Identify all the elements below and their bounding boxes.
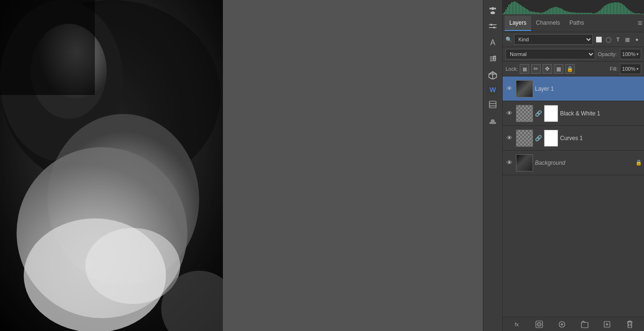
toolbar-layers-icon[interactable]: [485, 97, 501, 112]
layer-thumb-curves1: [516, 130, 533, 147]
svg-rect-84: [578, 13, 579, 14]
filter-icon-shape[interactable]: ▦: [623, 35, 632, 44]
layer-row-background[interactable]: 👁 Background 🔒: [503, 151, 644, 175]
toolbar-sliders-icon[interactable]: [485, 19, 501, 34]
histogram-svg: [503, 0, 644, 14]
svg-rect-99: [599, 10, 600, 14]
layer-name-background: Background: [535, 160, 634, 166]
svg-rect-88: [584, 13, 585, 14]
tab-channels[interactable]: Channels: [531, 16, 565, 31]
add-style-button[interactable]: fx: [512, 319, 522, 330]
svg-rect-41: [517, 3, 518, 14]
svg-rect-35: [508, 5, 509, 14]
visibility-toggle-background[interactable]: 👁: [505, 158, 514, 168]
lock-all-btn[interactable]: 🔒: [565, 64, 575, 74]
filter-icon-type[interactable]: T: [614, 35, 622, 44]
layers-panel: Layers Channels Paths ≡ 🔍 Kind ⬜ ◯ T ▦ ●…: [503, 0, 644, 331]
toolbar-text-icon[interactable]: A: [485, 35, 501, 50]
add-mask-button[interactable]: [534, 319, 544, 330]
svg-rect-71: [560, 8, 561, 14]
visibility-toggle-curves1[interactable]: 👁: [505, 133, 514, 143]
toolbar-word-icon[interactable]: W: [487, 84, 499, 96]
svg-rect-106: [609, 3, 610, 14]
svg-rect-98: [598, 11, 599, 14]
svg-rect-126: [638, 13, 639, 14]
svg-rect-43: [520, 5, 521, 14]
opacity-arrow[interactable]: ▾: [636, 52, 639, 57]
photo-canvas: [0, 0, 223, 331]
svg-rect-93: [591, 13, 592, 14]
bw-photo: [0, 0, 223, 331]
svg-rect-63: [548, 9, 549, 14]
opacity-control[interactable]: 100% ▾: [620, 49, 641, 59]
svg-rect-33: [506, 9, 506, 14]
delete-layer-button[interactable]: [625, 319, 635, 330]
svg-rect-47: [525, 9, 526, 14]
svg-point-12: [490, 11, 495, 14]
svg-point-14: [494, 8, 496, 9]
visibility-toggle-layer1[interactable]: 👁: [505, 84, 514, 94]
lock-pixels-btn[interactable]: ✏: [531, 64, 541, 74]
layer-row-layer1[interactable]: 👁 Layer 1: [503, 76, 644, 101]
svg-rect-62: [547, 10, 548, 14]
fill-label: Fill:: [610, 66, 618, 72]
tab-paths[interactable]: Paths: [565, 16, 589, 31]
tab-layers[interactable]: Layers: [505, 16, 531, 31]
panel-menu-button[interactable]: ≡: [638, 19, 642, 28]
filter-icon-smart[interactable]: ●: [633, 35, 641, 44]
main-content: A W: [0, 0, 644, 331]
fill-arrow[interactable]: ▾: [636, 66, 639, 71]
new-fill-layer-button[interactable]: [557, 319, 567, 330]
lock-artboard-btn[interactable]: ▦: [554, 64, 563, 74]
filter-icons: ⬜ ◯ T ▦ ●: [595, 35, 641, 44]
layers-list: 👁 Layer 1 👁 🔗 Black & White 1: [503, 76, 644, 317]
svg-rect-56: [538, 12, 539, 14]
search-icon: 🔍: [506, 37, 512, 43]
layer-name-layer1: Layer 1: [535, 85, 642, 92]
svg-point-13: [489, 8, 491, 9]
svg-rect-135: [581, 322, 588, 328]
lock-transparent-btn[interactable]: ▦: [520, 64, 529, 74]
toolbar-people-icon[interactable]: [485, 3, 501, 18]
svg-rect-65: [551, 8, 552, 14]
svg-rect-96: [595, 13, 596, 14]
svg-rect-100: [601, 9, 602, 14]
svg-rect-67: [554, 7, 555, 14]
chain-icon-curves1: 🔗: [535, 135, 542, 142]
svg-rect-36: [510, 4, 511, 14]
svg-rect-55: [537, 12, 538, 14]
svg-rect-46: [524, 8, 525, 14]
visibility-toggle-bw1[interactable]: 👁: [505, 109, 514, 118]
svg-rect-72: [561, 9, 562, 14]
layer-thumb-bg-img: [516, 155, 533, 171]
svg-rect-44: [521, 6, 522, 14]
svg-rect-73: [562, 9, 563, 14]
svg-rect-78: [570, 12, 570, 14]
lock-icons: ▦ ✏ ✥ ▦ 🔒: [520, 64, 575, 74]
new-group-button[interactable]: [580, 319, 590, 330]
fill-value: 100%: [622, 66, 635, 72]
toolbar-paragraph-icon[interactable]: [485, 51, 501, 66]
layer-row-curves1[interactable]: 👁 🔗 Curves 1: [503, 126, 644, 151]
svg-rect-68: [555, 7, 556, 14]
layer-row-bw1[interactable]: 👁 🔗 Black & White 1: [503, 101, 644, 126]
filter-icon-image[interactable]: ⬜: [595, 35, 603, 44]
svg-rect-112: [618, 2, 619, 14]
blend-mode-select[interactable]: Normal Multiply Screen Overlay: [506, 49, 595, 59]
toolbar-stamp-icon[interactable]: [485, 113, 501, 128]
filter-icon-adjustment[interactable]: ◯: [604, 35, 613, 44]
fill-control[interactable]: 100% ▾: [620, 64, 641, 74]
new-layer-button[interactable]: [602, 319, 612, 330]
svg-rect-40: [515, 2, 516, 14]
svg-rect-48: [527, 9, 528, 14]
svg-rect-129: [642, 14, 644, 14]
lock-position-btn[interactable]: ✥: [543, 64, 552, 74]
kind-filter-select[interactable]: Kind: [514, 34, 593, 45]
svg-rect-124: [635, 13, 636, 14]
toolbar-3d-icon[interactable]: [485, 67, 501, 83]
svg-rect-110: [615, 2, 616, 14]
svg-rect-82: [575, 13, 576, 14]
svg-rect-86: [581, 13, 582, 14]
svg-rect-64: [550, 9, 551, 14]
svg-rect-120: [629, 10, 630, 14]
